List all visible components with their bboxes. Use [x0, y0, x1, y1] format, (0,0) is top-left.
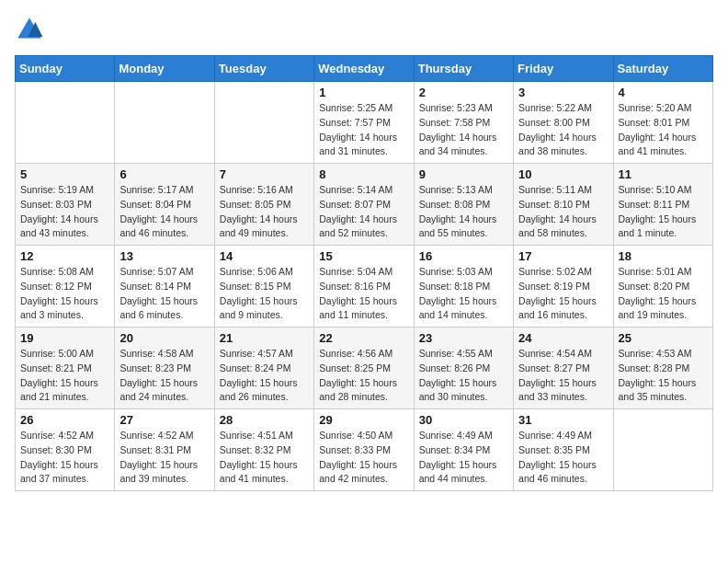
day-info: Sunrise: 4:57 AM Sunset: 8:24 PM Dayligh…: [220, 347, 309, 405]
day-info: Sunrise: 4:56 AM Sunset: 8:25 PM Dayligh…: [319, 347, 408, 405]
col-header-tuesday: Tuesday: [214, 56, 313, 82]
day-info: Sunrise: 5:04 AM Sunset: 8:16 PM Dayligh…: [319, 265, 408, 323]
day-number: 16: [419, 249, 508, 263]
calendar-cell: 11Sunrise: 5:10 AM Sunset: 8:11 PM Dayli…: [613, 164, 712, 246]
day-info: Sunrise: 4:58 AM Sunset: 8:23 PM Dayligh…: [119, 347, 209, 405]
day-number: 9: [419, 167, 508, 181]
day-number: 1: [319, 86, 408, 99]
day-number: 8: [319, 167, 408, 181]
calendar-cell: 12Sunrise: 5:08 AM Sunset: 8:12 PM Dayli…: [16, 246, 115, 327]
calendar-cell: 29Sunrise: 4:50 AM Sunset: 8:33 PM Dayli…: [314, 409, 414, 491]
day-info: Sunrise: 4:52 AM Sunset: 8:31 PM Dayligh…: [119, 429, 209, 487]
day-info: Sunrise: 5:16 AM Sunset: 8:05 PM Dayligh…: [220, 183, 309, 241]
calendar-cell: 23Sunrise: 4:55 AM Sunset: 8:26 PM Dayli…: [414, 327, 513, 409]
day-number: 6: [119, 167, 209, 181]
day-number: 19: [20, 331, 109, 345]
calendar-cell: 13Sunrise: 5:07 AM Sunset: 8:14 PM Dayli…: [115, 246, 214, 327]
day-info: Sunrise: 5:19 AM Sunset: 8:03 PM Dayligh…: [20, 183, 109, 241]
calendar-cell: 7Sunrise: 5:16 AM Sunset: 8:05 PM Daylig…: [214, 164, 313, 246]
calendar-week-2: 5Sunrise: 5:19 AM Sunset: 8:03 PM Daylig…: [16, 164, 713, 246]
day-info: Sunrise: 4:54 AM Sunset: 8:27 PM Dayligh…: [518, 347, 608, 405]
day-info: Sunrise: 5:23 AM Sunset: 7:58 PM Dayligh…: [419, 101, 508, 159]
day-number: 13: [119, 249, 209, 263]
calendar-cell: 9Sunrise: 5:13 AM Sunset: 8:08 PM Daylig…: [414, 164, 513, 246]
day-info: Sunrise: 5:06 AM Sunset: 8:15 PM Dayligh…: [220, 265, 309, 323]
calendar-cell: 22Sunrise: 4:56 AM Sunset: 8:25 PM Dayli…: [314, 327, 414, 409]
page-header: [15, 15, 713, 44]
col-header-sunday: Sunday: [16, 56, 115, 82]
calendar-cell: 18Sunrise: 5:01 AM Sunset: 8:20 PM Dayli…: [613, 246, 712, 327]
calendar-cell: 17Sunrise: 5:02 AM Sunset: 8:19 PM Dayli…: [514, 246, 613, 327]
calendar-cell: 27Sunrise: 4:52 AM Sunset: 8:31 PM Dayli…: [115, 409, 214, 491]
day-number: 25: [619, 331, 708, 345]
col-header-friday: Friday: [514, 56, 613, 82]
calendar-cell: [613, 409, 712, 491]
day-number: 12: [20, 249, 109, 263]
calendar-table: SundayMondayTuesdayWednesdayThursdayFrid…: [15, 55, 713, 491]
calendar-cell: 1Sunrise: 5:25 AM Sunset: 7:57 PM Daylig…: [314, 82, 414, 164]
calendar-cell: 31Sunrise: 4:49 AM Sunset: 8:35 PM Dayli…: [514, 409, 613, 491]
calendar-cell: [115, 82, 214, 164]
day-number: 5: [20, 167, 109, 181]
col-header-saturday: Saturday: [613, 56, 712, 82]
calendar-cell: [16, 82, 115, 164]
day-number: 28: [220, 413, 309, 427]
day-info: Sunrise: 4:50 AM Sunset: 8:33 PM Dayligh…: [319, 429, 408, 487]
day-info: Sunrise: 5:13 AM Sunset: 8:08 PM Dayligh…: [419, 183, 508, 241]
calendar-cell: 3Sunrise: 5:22 AM Sunset: 8:00 PM Daylig…: [514, 82, 613, 164]
calendar-cell: 19Sunrise: 5:00 AM Sunset: 8:21 PM Dayli…: [16, 327, 115, 409]
calendar-cell: 14Sunrise: 5:06 AM Sunset: 8:15 PM Dayli…: [214, 246, 313, 327]
calendar-cell: 30Sunrise: 4:49 AM Sunset: 8:34 PM Dayli…: [414, 409, 513, 491]
col-header-thursday: Thursday: [414, 56, 513, 82]
day-number: 11: [619, 167, 708, 181]
calendar-cell: [214, 82, 313, 164]
calendar-cell: 25Sunrise: 4:53 AM Sunset: 8:28 PM Dayli…: [613, 327, 712, 409]
col-header-monday: Monday: [115, 56, 214, 82]
day-info: Sunrise: 5:03 AM Sunset: 8:18 PM Dayligh…: [419, 265, 508, 323]
day-number: 26: [20, 413, 109, 427]
day-number: 24: [518, 331, 608, 345]
day-number: 3: [518, 86, 608, 99]
day-info: Sunrise: 5:07 AM Sunset: 8:14 PM Dayligh…: [119, 265, 209, 323]
col-header-wednesday: Wednesday: [314, 56, 414, 82]
day-number: 29: [319, 413, 408, 427]
day-info: Sunrise: 5:25 AM Sunset: 7:57 PM Dayligh…: [319, 101, 408, 159]
day-number: 10: [518, 167, 608, 181]
day-info: Sunrise: 4:53 AM Sunset: 8:28 PM Dayligh…: [619, 347, 708, 405]
calendar-cell: 2Sunrise: 5:23 AM Sunset: 7:58 PM Daylig…: [414, 82, 513, 164]
calendar-cell: 4Sunrise: 5:20 AM Sunset: 8:01 PM Daylig…: [613, 82, 712, 164]
calendar-week-3: 12Sunrise: 5:08 AM Sunset: 8:12 PM Dayli…: [16, 246, 713, 327]
day-number: 15: [319, 249, 408, 263]
day-info: Sunrise: 5:10 AM Sunset: 8:11 PM Dayligh…: [619, 183, 708, 241]
day-info: Sunrise: 4:52 AM Sunset: 8:30 PM Dayligh…: [20, 429, 109, 487]
calendar-cell: 10Sunrise: 5:11 AM Sunset: 8:10 PM Dayli…: [514, 164, 613, 246]
calendar-cell: 15Sunrise: 5:04 AM Sunset: 8:16 PM Dayli…: [314, 246, 414, 327]
calendar-cell: 5Sunrise: 5:19 AM Sunset: 8:03 PM Daylig…: [16, 164, 115, 246]
day-info: Sunrise: 5:00 AM Sunset: 8:21 PM Dayligh…: [20, 347, 109, 405]
day-info: Sunrise: 5:20 AM Sunset: 8:01 PM Dayligh…: [619, 101, 708, 159]
day-number: 30: [419, 413, 508, 427]
calendar-header-row: SundayMondayTuesdayWednesdayThursdayFrid…: [16, 56, 713, 82]
day-info: Sunrise: 5:17 AM Sunset: 8:04 PM Dayligh…: [119, 183, 209, 241]
day-number: 27: [119, 413, 209, 427]
day-info: Sunrise: 5:08 AM Sunset: 8:12 PM Dayligh…: [20, 265, 109, 323]
day-info: Sunrise: 5:01 AM Sunset: 8:20 PM Dayligh…: [619, 265, 708, 323]
calendar-week-4: 19Sunrise: 5:00 AM Sunset: 8:21 PM Dayli…: [16, 327, 713, 409]
day-number: 31: [518, 413, 608, 427]
calendar-week-5: 26Sunrise: 4:52 AM Sunset: 8:30 PM Dayli…: [16, 409, 713, 491]
day-number: 22: [319, 331, 408, 345]
calendar-cell: 26Sunrise: 4:52 AM Sunset: 8:30 PM Dayli…: [16, 409, 115, 491]
calendar-cell: 24Sunrise: 4:54 AM Sunset: 8:27 PM Dayli…: [514, 327, 613, 409]
day-info: Sunrise: 4:49 AM Sunset: 8:35 PM Dayligh…: [518, 429, 608, 487]
day-number: 18: [619, 249, 708, 263]
calendar-cell: 28Sunrise: 4:51 AM Sunset: 8:32 PM Dayli…: [214, 409, 313, 491]
calendar-cell: 16Sunrise: 5:03 AM Sunset: 8:18 PM Dayli…: [414, 246, 513, 327]
day-info: Sunrise: 4:51 AM Sunset: 8:32 PM Dayligh…: [220, 429, 309, 487]
day-number: 20: [119, 331, 209, 345]
day-number: 23: [419, 331, 508, 345]
day-number: 7: [220, 167, 309, 181]
calendar-week-1: 1Sunrise: 5:25 AM Sunset: 7:57 PM Daylig…: [16, 82, 713, 164]
day-info: Sunrise: 5:02 AM Sunset: 8:19 PM Dayligh…: [518, 265, 608, 323]
calendar-cell: 6Sunrise: 5:17 AM Sunset: 8:04 PM Daylig…: [115, 164, 214, 246]
day-number: 4: [619, 86, 708, 99]
